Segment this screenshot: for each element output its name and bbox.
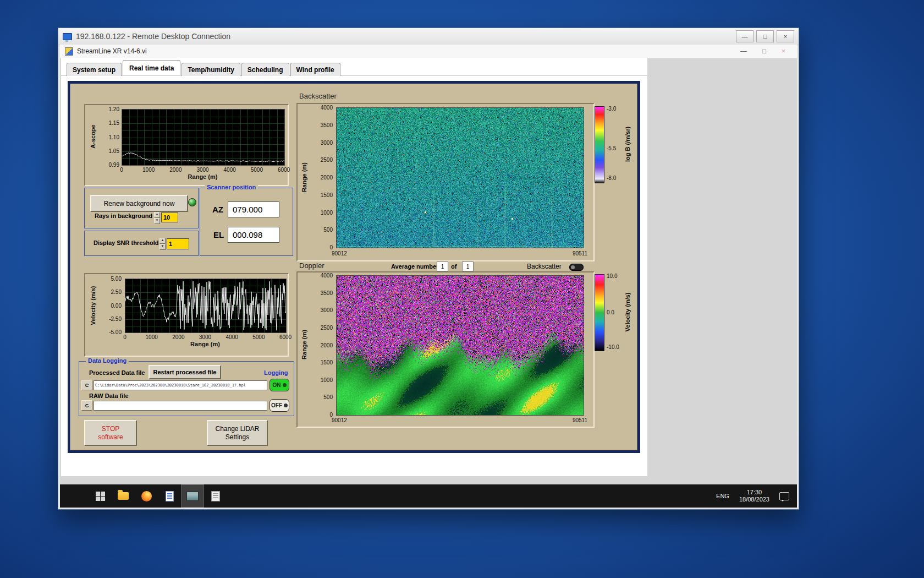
rdp-close-button[interactable]: × [777, 30, 794, 42]
colorbar-tick-label: -3.0 [607, 106, 616, 112]
backscatter-colorbar [595, 106, 604, 183]
y-tick-label: 3000 [321, 307, 333, 313]
backscatter-colorbar-ticks: -3.0-5.5-8.0 [606, 106, 624, 182]
ascope-plot [122, 109, 285, 166]
backscatter-y-axis: 40003500300025002000150010005000 [311, 107, 334, 247]
doppler-plot-canvas [337, 276, 584, 415]
x-tick-label: 2000 [172, 334, 184, 340]
clock-date: 18/08/2023 [739, 496, 769, 503]
raw-logging-off-button[interactable]: OFF [270, 399, 289, 412]
snr-control-group: Display SNR threshold ▲▼ 1 [84, 231, 199, 256]
doppler-y-axis: 40003500300025002000150010005000 [311, 275, 334, 415]
ascope-x-axis: 0100020003000400050006000 [122, 167, 284, 173]
doppler-colorbar-ticks: 10.00.0-10.0 [606, 274, 624, 350]
start-button[interactable] [89, 484, 112, 508]
y-tick-label: 1.10 [109, 134, 119, 140]
y-tick-label: 2.50 [111, 289, 122, 295]
taskbar-clock[interactable]: 17:30 18/08/2023 [739, 489, 769, 503]
notification-icon[interactable] [779, 492, 789, 500]
tab-real-time-data[interactable]: Real time data [123, 60, 180, 75]
tab-scheduling[interactable]: Scheduling [241, 63, 289, 76]
app-minimize-button[interactable]: — [740, 47, 747, 55]
app-titlebar[interactable]: StreamLine XR v14-6.vi — □ × [60, 45, 797, 58]
colorbar-tick-label: -8.0 [607, 175, 616, 181]
notes-app-button[interactable] [158, 484, 181, 508]
backscatter-title: Backscatter [299, 92, 337, 100]
rays-spinner[interactable]: ▲▼ [154, 212, 160, 224]
x-tick-label: 4000 [224, 167, 236, 173]
az-field: 079.000 [228, 201, 279, 217]
y-tick-label: 1500 [321, 359, 333, 366]
y-tick-label: 1000 [321, 377, 333, 383]
x-tick-label: 3000 [199, 334, 211, 340]
change-lidar-settings-button[interactable]: Change LiDAR Settings [207, 420, 268, 446]
velocity-plot [125, 279, 287, 333]
y-tick-label: 1500 [321, 192, 333, 198]
average-number-label: Average number [391, 263, 438, 270]
y-tick-label: 2500 [321, 157, 333, 163]
y-tick-label: 0.99 [109, 162, 119, 168]
background-control-group: Renew background now Rays in background … [84, 188, 199, 228]
doppler-colorbar [595, 274, 604, 351]
average-count-field[interactable]: 1 [462, 261, 474, 271]
app-title: StreamLine XR v14-6.vi [77, 47, 147, 55]
renew-background-button[interactable]: Renew background now [90, 195, 188, 212]
x-tick-label: 6000 [279, 334, 292, 340]
processed-logging-on-button[interactable]: ON [270, 379, 289, 391]
y-tick-label: -2.50 [109, 315, 122, 321]
rays-in-background-label: Rays in background [95, 212, 152, 219]
of-label: of [451, 263, 457, 270]
raw-data-file-label: RAW Data file [89, 392, 129, 399]
tab-temp-humidity[interactable]: Temp/humidity [182, 63, 240, 76]
tab-system-setup[interactable]: System setup [67, 63, 122, 76]
settings-line2: Settings [226, 433, 249, 441]
processed-drive-button[interactable]: C [81, 380, 92, 390]
velocity-plot-canvas [125, 279, 286, 332]
backscatter-ylabel: Range (m) [301, 162, 307, 192]
background-led-icon [188, 198, 196, 206]
backscatter-plot [336, 107, 584, 248]
doppler-title: Doppler [299, 261, 324, 270]
stop-software-button[interactable]: STOP software [84, 420, 137, 446]
y-tick-label: 3500 [321, 122, 333, 128]
processed-path-field[interactable]: C:\Lidar\Data\Proc\2023\202308\20230818\… [94, 380, 267, 390]
raw-path-field[interactable] [94, 401, 267, 411]
remote-desktop: StreamLine XR v14-6.vi — □ × System setu… [60, 45, 797, 508]
average-number-field[interactable]: 1 [437, 261, 448, 271]
el-label: EL [213, 230, 224, 239]
raw-drive-button[interactable]: C [81, 400, 92, 411]
data-logging-group: Data Logging Processed Data file Restart… [79, 361, 294, 416]
app-close-button[interactable]: × [782, 47, 785, 55]
rdp-maximize-button[interactable]: □ [756, 30, 774, 42]
scan-app-button[interactable] [204, 484, 227, 508]
rdp-titlebar[interactable]: 192.168.0.122 - Remote Desktop Connectio… [58, 28, 799, 45]
x-tick-label: 3000 [196, 167, 208, 173]
y-tick-label: 1.05 [109, 148, 119, 154]
front-panel: System setup Real time data Temp/humidit… [61, 58, 647, 476]
rdp-minimize-button[interactable]: — [736, 30, 754, 42]
stop-line2: software [98, 433, 123, 441]
on-label: ON [273, 382, 281, 388]
language-indicator[interactable]: ENG [716, 493, 729, 499]
restart-processed-file-button[interactable]: Restart processed file [148, 365, 221, 379]
clock-time: 17:30 [739, 489, 769, 496]
snr-value-field[interactable]: 1 [167, 238, 189, 249]
doppler-graph: Range (m) 400035003000250020001500100050… [296, 271, 595, 428]
backscatter-toggle[interactable] [569, 264, 584, 271]
el-field: 000.098 [228, 227, 279, 243]
file-explorer-button[interactable] [112, 484, 135, 508]
y-tick-label: 1.15 [109, 120, 119, 126]
scan-window-icon [211, 491, 220, 501]
snr-spinner[interactable]: ▲▼ [160, 238, 166, 250]
ascope-plot-canvas [122, 110, 284, 165]
velocity-graph: Velocity (m/s) 5.002.500.00-2.50-5.00 01… [84, 273, 289, 357]
colorbar-tick-label: 10.0 [607, 272, 617, 279]
remote-desktop-icon [63, 33, 72, 40]
tab-strip: System setup Real time data Temp/humidit… [67, 60, 342, 75]
tab-wind-profile[interactable]: Wind profile [290, 63, 340, 76]
app-maximize-button[interactable]: □ [762, 47, 766, 55]
active-app-button[interactable] [181, 484, 204, 508]
doppler-x-axis: 90012 90511 [332, 417, 587, 423]
firefox-button[interactable] [135, 484, 158, 508]
rays-value-field[interactable]: 10 [161, 212, 178, 222]
